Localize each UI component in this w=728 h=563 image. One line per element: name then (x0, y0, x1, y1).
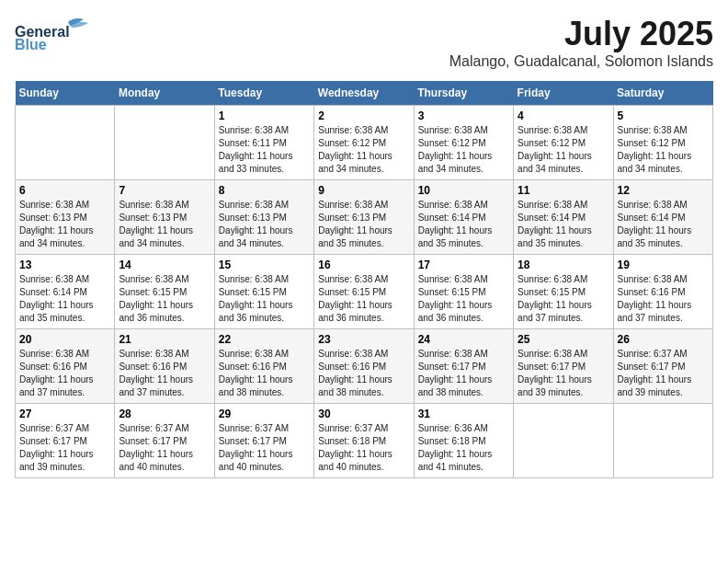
calendar-cell: 2Sunrise: 6:38 AMSunset: 6:12 PMDaylight… (314, 106, 414, 180)
day-number: 21 (119, 333, 210, 346)
day-number: 27 (19, 408, 110, 420)
day-number: 31 (418, 408, 509, 420)
weekday-header: Monday (115, 81, 214, 106)
day-number: 25 (518, 333, 609, 346)
day-info: Sunrise: 6:38 AMSunset: 6:14 PMDaylight:… (418, 199, 509, 250)
day-info: Sunrise: 6:38 AMSunset: 6:14 PMDaylight:… (618, 199, 709, 250)
day-info: Sunrise: 6:38 AMSunset: 6:17 PMDaylight:… (418, 348, 509, 399)
calendar-cell: 1Sunrise: 6:38 AMSunset: 6:11 PMDaylight… (214, 106, 313, 180)
day-info: Sunrise: 6:38 AMSunset: 6:14 PMDaylight:… (19, 273, 110, 325)
day-number: 24 (418, 333, 509, 346)
day-info: Sunrise: 6:38 AMSunset: 6:15 PMDaylight:… (119, 273, 210, 325)
calendar-cell: 26Sunrise: 6:37 AMSunset: 6:17 PMDayligh… (613, 329, 712, 404)
calendar-cell (115, 106, 214, 180)
logo: General Blue (15, 15, 97, 52)
day-info: Sunrise: 6:38 AMSunset: 6:16 PMDaylight:… (219, 348, 310, 399)
day-number: 16 (318, 259, 409, 271)
day-number: 19 (618, 259, 709, 271)
day-number: 10 (418, 184, 509, 197)
calendar-cell: 30Sunrise: 6:37 AMSunset: 6:18 PMDayligh… (314, 404, 414, 478)
day-info: Sunrise: 6:38 AMSunset: 6:16 PMDaylight:… (318, 348, 409, 399)
calendar-cell: 3Sunrise: 6:38 AMSunset: 6:12 PMDaylight… (414, 106, 513, 180)
weekday-header: Wednesday (314, 81, 414, 106)
day-number: 20 (19, 333, 110, 346)
day-number: 29 (219, 408, 310, 420)
day-info: Sunrise: 6:38 AMSunset: 6:16 PMDaylight:… (119, 348, 210, 399)
calendar-cell (613, 404, 712, 478)
calendar-cell: 10Sunrise: 6:38 AMSunset: 6:14 PMDayligh… (414, 180, 513, 255)
calendar-cell: 9Sunrise: 6:38 AMSunset: 6:13 PMDaylight… (314, 180, 414, 255)
day-info: Sunrise: 6:38 AMSunset: 6:13 PMDaylight:… (19, 199, 110, 250)
calendar-cell: 17Sunrise: 6:38 AMSunset: 6:15 PMDayligh… (414, 255, 513, 329)
calendar-header-row: SundayMondayTuesdayWednesdayThursdayFrid… (16, 81, 713, 106)
month-title: July 2025 (449, 15, 713, 53)
weekday-header: Sunday (16, 81, 115, 106)
day-number: 6 (19, 184, 110, 197)
day-info: Sunrise: 6:37 AMSunset: 6:17 PMDaylight:… (618, 348, 709, 399)
calendar-cell: 12Sunrise: 6:38 AMSunset: 6:14 PMDayligh… (613, 180, 712, 255)
calendar-cell: 11Sunrise: 6:38 AMSunset: 6:14 PMDayligh… (514, 180, 613, 255)
day-info: Sunrise: 6:38 AMSunset: 6:15 PMDaylight:… (518, 273, 609, 325)
day-number: 11 (518, 184, 609, 197)
day-number: 7 (119, 184, 210, 197)
calendar-cell (514, 404, 613, 478)
day-number: 18 (518, 259, 609, 271)
day-info: Sunrise: 6:37 AMSunset: 6:17 PMDaylight:… (19, 422, 110, 474)
day-info: Sunrise: 6:38 AMSunset: 6:14 PMDaylight:… (518, 199, 609, 250)
day-number: 9 (318, 184, 409, 197)
day-info: Sunrise: 6:38 AMSunset: 6:15 PMDaylight:… (418, 273, 509, 325)
day-info: Sunrise: 6:38 AMSunset: 6:16 PMDaylight:… (618, 273, 709, 325)
calendar-cell: 16Sunrise: 6:38 AMSunset: 6:15 PMDayligh… (314, 255, 414, 329)
day-number: 8 (219, 184, 310, 197)
calendar-week-row: 6Sunrise: 6:38 AMSunset: 6:13 PMDaylight… (16, 180, 713, 255)
weekday-header: Tuesday (214, 81, 313, 106)
day-number: 12 (618, 184, 709, 197)
day-info: Sunrise: 6:38 AMSunset: 6:12 PMDaylight:… (418, 124, 509, 176)
day-info: Sunrise: 6:38 AMSunset: 6:16 PMDaylight:… (19, 348, 110, 399)
calendar-cell: 8Sunrise: 6:38 AMSunset: 6:13 PMDaylight… (214, 180, 313, 255)
calendar-cell: 22Sunrise: 6:38 AMSunset: 6:16 PMDayligh… (214, 329, 313, 404)
day-info: Sunrise: 6:38 AMSunset: 6:13 PMDaylight:… (318, 199, 409, 250)
day-info: Sunrise: 6:37 AMSunset: 6:17 PMDaylight:… (219, 422, 310, 474)
page-header: General Blue July 2025 Malango, Guadalca… (15, 15, 713, 70)
title-block: July 2025 Malango, Guadalcanal, Solomon … (449, 15, 713, 70)
calendar-cell: 18Sunrise: 6:38 AMSunset: 6:15 PMDayligh… (514, 255, 613, 329)
day-info: Sunrise: 6:36 AMSunset: 6:18 PMDaylight:… (418, 422, 509, 474)
calendar-week-row: 13Sunrise: 6:38 AMSunset: 6:14 PMDayligh… (16, 255, 713, 329)
calendar-cell: 25Sunrise: 6:38 AMSunset: 6:17 PMDayligh… (514, 329, 613, 404)
calendar-cell (16, 106, 115, 180)
calendar-cell: 6Sunrise: 6:38 AMSunset: 6:13 PMDaylight… (16, 180, 115, 255)
day-number: 22 (219, 333, 310, 346)
weekday-header: Saturday (613, 81, 712, 106)
day-info: Sunrise: 6:38 AMSunset: 6:15 PMDaylight:… (219, 273, 310, 325)
calendar-week-row: 20Sunrise: 6:38 AMSunset: 6:16 PMDayligh… (16, 329, 713, 404)
calendar-cell: 20Sunrise: 6:38 AMSunset: 6:16 PMDayligh… (16, 329, 115, 404)
calendar-cell: 21Sunrise: 6:38 AMSunset: 6:16 PMDayligh… (115, 329, 214, 404)
day-number: 1 (219, 109, 310, 122)
day-number: 4 (518, 109, 609, 122)
calendar-cell: 29Sunrise: 6:37 AMSunset: 6:17 PMDayligh… (214, 404, 313, 478)
weekday-header: Thursday (414, 81, 513, 106)
calendar-cell: 7Sunrise: 6:38 AMSunset: 6:13 PMDaylight… (115, 180, 214, 255)
calendar-cell: 13Sunrise: 6:38 AMSunset: 6:14 PMDayligh… (16, 255, 115, 329)
calendar-cell: 24Sunrise: 6:38 AMSunset: 6:17 PMDayligh… (414, 329, 513, 404)
calendar-cell: 15Sunrise: 6:38 AMSunset: 6:15 PMDayligh… (214, 255, 313, 329)
day-number: 13 (19, 259, 110, 271)
day-number: 5 (618, 109, 709, 122)
day-info: Sunrise: 6:37 AMSunset: 6:18 PMDaylight:… (318, 422, 409, 474)
day-number: 3 (418, 109, 509, 122)
calendar-cell: 4Sunrise: 6:38 AMSunset: 6:12 PMDaylight… (514, 106, 613, 180)
day-number: 30 (318, 408, 409, 420)
day-number: 26 (618, 333, 709, 346)
location-subtitle: Malango, Guadalcanal, Solomon Islands (449, 53, 713, 70)
logo-icon: General Blue (15, 15, 97, 52)
calendar-table: SundayMondayTuesdayWednesdayThursdayFrid… (15, 81, 713, 478)
calendar-cell: 28Sunrise: 6:37 AMSunset: 6:17 PMDayligh… (115, 404, 214, 478)
day-number: 28 (119, 408, 210, 420)
day-number: 15 (219, 259, 310, 271)
day-number: 17 (418, 259, 509, 271)
day-info: Sunrise: 6:38 AMSunset: 6:13 PMDaylight:… (219, 199, 310, 250)
calendar-cell: 31Sunrise: 6:36 AMSunset: 6:18 PMDayligh… (414, 404, 513, 478)
day-info: Sunrise: 6:38 AMSunset: 6:11 PMDaylight:… (219, 124, 310, 176)
day-info: Sunrise: 6:38 AMSunset: 6:12 PMDaylight:… (318, 124, 409, 176)
